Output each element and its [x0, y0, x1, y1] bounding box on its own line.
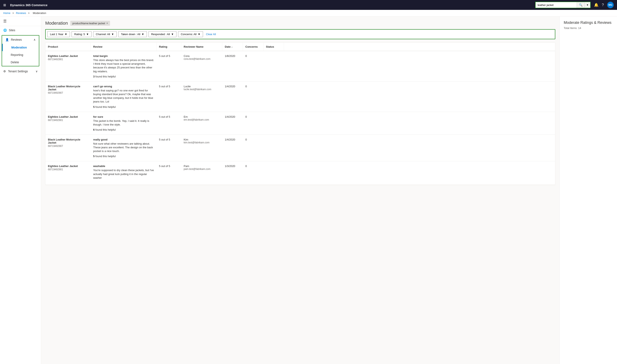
app-title: Dynamics 365 Commerce [10, 3, 533, 7]
search-input[interactable] [535, 2, 577, 8]
filter-tag-text: productName:leather jacket [72, 22, 105, 25]
table-row[interactable]: Eighties Leather Jacket 68719492901 wash… [45, 161, 555, 185]
global-search-box[interactable]: 🔍 ▼ [535, 2, 591, 8]
sidebar-item-sites[interactable]: 🌐 Sites [0, 26, 41, 34]
review-body: This store always has the best prices on… [93, 58, 154, 73]
product-id: 68719492907 [48, 91, 88, 94]
rating-cell: 5 out of 5 [156, 135, 181, 161]
helpful-count: 5 found this helpful [93, 105, 154, 108]
table-row[interactable]: Black Leather Motorcycle Jacket 68719492… [45, 81, 555, 112]
reviewer-name: Lucile [184, 85, 220, 88]
search-button[interactable]: 🔍 [577, 2, 585, 8]
reviewer-email: cora.test@fabrikam.com [184, 57, 220, 60]
review-cell: really good Not sure what other reviewer… [91, 135, 156, 161]
date-cell: 1/8/2020 [222, 51, 243, 81]
status-cell [263, 135, 284, 161]
grid-icon[interactable]: ⊞ [3, 3, 6, 7]
review-cell: total bargin This store always has the b… [91, 51, 156, 81]
filter-tag-close[interactable]: × [106, 22, 108, 25]
rating-cell: 5 out of 5 [156, 51, 181, 81]
review-body: how's that saying go? no one ever got fi… [93, 89, 154, 104]
delete-label: Delete [11, 61, 19, 64]
gear-icon: ⚙ [3, 70, 6, 73]
rating-cell: 5 out of 5 [156, 161, 181, 185]
right-panel: Moderate Ratings & Reviews Total Items: … [559, 16, 617, 364]
sidebar-item-tenant-settings[interactable]: ⚙ Tenant Settings ∨ [0, 67, 41, 75]
reporting-label: Reporting [11, 53, 23, 56]
breadcrumb: Home > Reviews > Moderation [0, 10, 617, 16]
product-id: 68719492901 [48, 119, 88, 122]
review-title: can't go wrong [93, 85, 154, 88]
product-cell: Black Leather Motorcycle Jacket 68719492… [45, 81, 91, 112]
status-cell [263, 112, 284, 135]
review-cell: can't go wrong how's that saying go? no … [91, 81, 156, 112]
review-body: This jacket is the bomb. Yep, I said it.… [93, 119, 154, 127]
filter-responded-button[interactable]: Responded : All ▼ [149, 31, 177, 37]
sidebar-item-reporting[interactable]: Reporting [2, 51, 39, 59]
chevron-up-icon: ∧ [34, 38, 36, 41]
product-cell: Black Leather Motorcycle Jacket 68719492… [45, 135, 91, 161]
filter-takendown-label: Taken down : All [121, 33, 140, 36]
reviewer-email: kim.test@fabrikam.com [184, 141, 220, 144]
sidebar-reviews-parent[interactable]: 👤 Reviews ∧ [2, 36, 39, 44]
sidebar-item-delete[interactable]: Delete [2, 59, 39, 66]
search-dropdown-button[interactable]: ▼ [585, 2, 590, 7]
reviewer-email: em.test@fabrikam.com [184, 118, 220, 121]
hamburger-button[interactable]: ☰ [0, 16, 41, 26]
product-id: 68719492907 [48, 145, 88, 147]
product-name: Black Leather Motorcycle Jacket [48, 138, 88, 144]
chevron-down-icon: ▼ [171, 33, 174, 36]
concerns-cell: 0 [243, 161, 263, 185]
filter-takendown-button[interactable]: Taken down : All ▼ [118, 31, 147, 37]
reviewer-cell: Pam pam.test@fabrikam.com [181, 161, 222, 185]
date-cell: 1/4/2020 [222, 135, 243, 161]
breadcrumb-home[interactable]: Home [3, 12, 11, 14]
sidebar: ☰ 🌐 Sites 👤 Reviews ∧ Moderation Reporti… [0, 16, 41, 364]
concerns-cell: 0 [243, 135, 263, 161]
date-cell: 1/4/2020 [222, 81, 243, 112]
col-product: Product [45, 43, 91, 51]
review-title: really good [93, 138, 154, 141]
clear-all-button[interactable]: Clear All [205, 31, 217, 37]
helpful-count: 6 found this helpful [93, 128, 154, 131]
breadcrumb-moderation: Moderation [33, 12, 46, 14]
sidebar-item-moderation[interactable]: Moderation [2, 44, 39, 51]
table-row[interactable]: Eighties Leather Jacket 68719492901 tota… [45, 51, 555, 81]
sites-label: Sites [9, 28, 15, 32]
sort-icon: ↓ [231, 45, 233, 48]
review-title: total bargin [93, 54, 154, 57]
col-date[interactable]: Date ↓ [222, 43, 243, 51]
reviewer-cell: Lucile lucile.test@fabrikam.com [181, 81, 222, 112]
reviewer-name: Pam [184, 165, 220, 168]
table-row[interactable]: Eighties Leather Jacket 68719492901 for … [45, 112, 555, 135]
help-icon[interactable]: ? [602, 3, 604, 7]
filter-bar: Last 1 Year ▼ Rating: 5 ▼ Channel: All ▼… [45, 29, 555, 39]
right-panel-count: Total Items: 14 [564, 26, 613, 30]
product-cell: Eighties Leather Jacket 68719492901 [45, 161, 91, 185]
notification-icon[interactable]: 🔔 [594, 3, 599, 7]
reviews-icon: 👤 [5, 38, 9, 41]
reviews-section: 👤 Reviews ∧ Moderation Reporting Delete [2, 35, 39, 66]
concerns-cell: 0 [243, 51, 263, 81]
filter-channel-button[interactable]: Channel: All ▼ [93, 31, 117, 37]
avatar[interactable]: MG [607, 2, 614, 8]
filter-concerns-button[interactable]: Concerns: All ▼ [178, 31, 203, 37]
product-name: Eighties Leather Jacket [48, 54, 88, 57]
filter-concerns-label: Concerns: All [181, 33, 197, 36]
product-name: Eighties Leather Jacket [48, 165, 88, 168]
right-panel-title: Moderate Ratings & Reviews [564, 21, 613, 25]
filter-year-label: Last 1 Year [50, 33, 63, 36]
moderation-label: Moderation [11, 46, 27, 49]
filter-year-button[interactable]: Last 1 Year ▼ [47, 31, 70, 37]
breadcrumb-reviews[interactable]: Reviews [16, 12, 26, 14]
table-row[interactable]: Black Leather Motorcycle Jacket 68719492… [45, 135, 555, 161]
chevron-down-icon: ▼ [198, 33, 201, 36]
reviews-table: Product Review Rating Reviewer Name Date… [45, 42, 555, 185]
filter-rating-button[interactable]: Rating: 5 ▼ [72, 31, 92, 37]
globe-icon: 🌐 [3, 28, 7, 32]
main-layout: ☰ 🌐 Sites 👤 Reviews ∧ Moderation Reporti… [0, 16, 617, 364]
active-filter-tag: productName:leather jacket × [70, 21, 110, 26]
reviewer-cell: Em em.test@fabrikam.com [181, 112, 222, 135]
reviewer-name: Cora [184, 54, 220, 57]
breadcrumb-sep2: > [28, 12, 30, 14]
